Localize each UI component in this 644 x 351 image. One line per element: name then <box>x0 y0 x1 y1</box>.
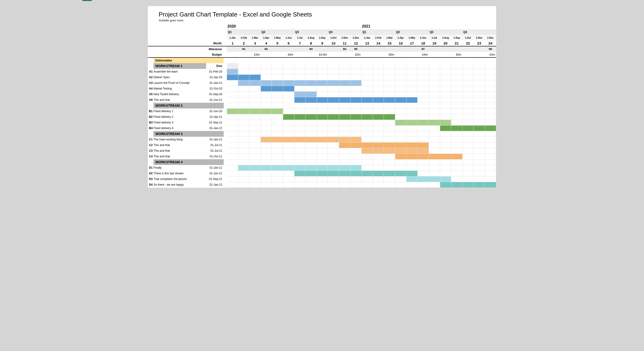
gantt-bar <box>260 86 272 91</box>
task-name: This and that <box>154 154 206 159</box>
task-due: 01-Apr-20 <box>206 75 224 80</box>
task-due: 01-Apr-21 <box>206 114 224 120</box>
budget-cell: £5m <box>384 52 395 58</box>
task-name: Fixed delivery 3 <box>154 120 206 125</box>
task-row-C1[interactable]: C1 The main exciting thing 01-Jan-21 <box>148 137 496 142</box>
month-number[interactable]: 1 <box>227 41 238 46</box>
month-number[interactable]: 22 <box>462 41 474 46</box>
budget-cell: £5m <box>451 52 462 58</box>
task-row-B4[interactable]: B4 Fixed delivery 4 01-Jan-22 <box>148 125 496 131</box>
month-number[interactable]: 23 <box>474 41 485 46</box>
month-header: 1-Aug <box>306 35 317 41</box>
month-number[interactable]: 5 <box>272 41 283 46</box>
task-name: Assemble the team <box>154 69 206 75</box>
month-number[interactable]: 14 <box>372 41 384 46</box>
task-due: 01-Oct-21 <box>206 154 224 159</box>
workstream-2-header: WORKSTREAM 2 <box>148 103 496 108</box>
task-due: 01-Sep-21 <box>206 120 224 125</box>
quarter-cell: Q3 <box>294 29 328 35</box>
year-2020: 2020 <box>227 24 361 29</box>
task-due: 01-Oct-20 <box>206 86 224 91</box>
gantt-bar <box>395 154 406 159</box>
month-header: 1-Jan <box>227 35 238 41</box>
task-name: Fixed delivery 2 <box>154 114 206 120</box>
task-row-B2[interactable]: B2 Fixed delivery 2 01-Apr-21 <box>148 114 496 120</box>
task-code: D4 <box>148 182 154 188</box>
task-name: That completes the picture <box>154 176 206 182</box>
task-row-A2[interactable]: A2 Deliver Spec. 01-Apr-20 <box>148 75 496 80</box>
task-name: Fixed delivery 1 <box>154 108 206 114</box>
task-due: 01-Jan-21 <box>206 165 224 171</box>
task-due: 01-Jan-21 <box>206 80 224 86</box>
gantt-bar <box>406 176 418 182</box>
milestone-cell: M2 <box>260 46 272 52</box>
task-due: 01-Jan-21 <box>206 182 224 188</box>
task-row-A6[interactable]: A6 This and that 01-Jun-21 <box>148 97 496 103</box>
month-number[interactable]: 6 <box>283 41 294 46</box>
month-number[interactable]: 18 <box>418 41 429 46</box>
task-due: 01-Sep-20 <box>206 91 224 97</box>
gantt-bar <box>238 80 250 86</box>
task-code: C1 <box>148 137 154 142</box>
quarter-cell: Q2 <box>260 29 294 35</box>
task-row-D4[interactable]: D4 So there - we are happy 01-Jan-21 <box>148 182 496 188</box>
month-number[interactable]: 11 <box>339 41 350 46</box>
month-number[interactable]: 15 <box>384 41 395 46</box>
month-number[interactable]: 19 <box>429 41 440 46</box>
month-number[interactable]: 13 <box>362 41 373 46</box>
task-due: 01-Jun-21 <box>206 97 224 103</box>
month-number[interactable]: 20 <box>440 41 451 46</box>
quarter-cell: Q4 <box>462 29 496 35</box>
month-header: 1-Jun <box>283 35 294 41</box>
month-header: 1-Sep <box>451 35 462 41</box>
task-row-B3[interactable]: B3 Fixed delivery 3 01-Sep-21 <box>148 120 496 125</box>
month-number[interactable]: 7 <box>294 41 306 46</box>
month-header: 1-Aug <box>440 35 451 41</box>
task-name: There is this last stream <box>154 171 206 176</box>
task-row-D3[interactable]: D3 That completes the picture 01-Sep-21 <box>148 176 496 182</box>
workstream-1-header: WORKSTREAM 1 Due <box>148 63 496 69</box>
task-due: 01-Feb-20 <box>206 69 224 75</box>
month-header: 1-Apr <box>260 35 272 41</box>
task-row-A3[interactable]: A3 Launch the Proof of Concept 01-Jan-21 <box>148 80 496 86</box>
task-row-C4[interactable]: C4 This and that 01-Oct-21 <box>148 154 496 159</box>
month-number[interactable]: 4 <box>260 41 272 46</box>
month-number[interactable]: 8 <box>306 41 317 46</box>
task-row-A1[interactable]: A1 Assemble the team 01-Feb-20 <box>148 69 496 75</box>
due-header: Due <box>206 63 224 69</box>
year-row: 2020 2021 <box>148 24 496 29</box>
task-row-C3[interactable]: C3 This and that 01-Jul-21 <box>148 148 496 154</box>
month-header: 1-Nov <box>474 35 485 41</box>
gantt-bar <box>339 142 350 148</box>
task-row-B1[interactable]: B1 Fixed delivery 1 01-Jun-20 <box>148 108 496 114</box>
workstream-label: WORKSTREAM 4 <box>154 159 224 165</box>
month-number[interactable]: 12 <box>350 41 362 46</box>
task-name: Finally <box>154 165 206 171</box>
month-number[interactable]: 24 <box>485 41 496 46</box>
task-row-A5[interactable]: A5 New Toolkit Delivery 01-Sep-20 <box>148 91 496 97</box>
month-number[interactable]: 16 <box>395 41 406 46</box>
month-number[interactable]: 3 <box>250 41 261 46</box>
task-row-A4[interactable]: A4 Market Testing 01-Oct-20 <box>148 86 496 91</box>
task-name: This and that <box>154 142 206 148</box>
month-number[interactable]: 17 <box>406 41 418 46</box>
task-name: New Toolkit Delivery <box>154 91 206 97</box>
month-header: 1-Dec <box>350 35 362 41</box>
deliverables-header: Deliverables <box>148 58 496 63</box>
month-header: 1-Jul <box>294 35 306 41</box>
budget-cell: £4m <box>283 52 294 58</box>
month-number[interactable]: 10 <box>328 41 339 46</box>
month-header: 1-May <box>272 35 283 41</box>
page-title: Project Gantt Chart Template - Excel and… <box>148 9 496 18</box>
task-row-D1[interactable]: D1 Finally 01-Jan-21 <box>148 165 496 171</box>
task-row-C2[interactable]: C2 This and that 01-Jul-21 <box>148 142 496 148</box>
gantt-bar <box>227 108 238 114</box>
milestone-cell: M5 <box>350 46 362 52</box>
milestone-cell: M7 <box>418 46 429 52</box>
task-row-D2[interactable]: D2 There is this last stream 01-Jun-21 <box>148 171 496 176</box>
month-number[interactable]: 21 <box>451 41 462 46</box>
month-number[interactable]: 9 <box>316 41 328 46</box>
month-number[interactable]: 2 <box>238 41 250 46</box>
budget-cell: £4m <box>418 52 429 58</box>
task-name: Launch the Proof of Concept <box>154 80 206 86</box>
